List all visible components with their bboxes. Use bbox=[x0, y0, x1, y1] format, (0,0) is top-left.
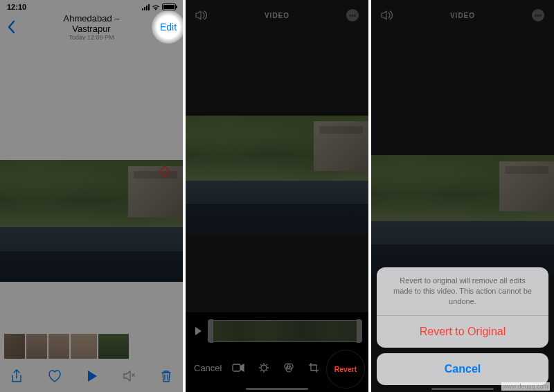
photo-viewer[interactable] bbox=[0, 40, 183, 360]
edit-top-bar: VIDEO ••• bbox=[186, 0, 368, 30]
timeline-track[interactable] bbox=[208, 320, 361, 342]
thumbnail-selected[interactable] bbox=[98, 334, 129, 359]
nav-title: Ahmedabad – Vastrapur Today 12:09 PM bbox=[46, 13, 137, 41]
share-icon[interactable] bbox=[11, 369, 22, 383]
filters-tool-icon[interactable] bbox=[283, 362, 294, 373]
status-icons bbox=[142, 3, 176, 10]
video-frame bbox=[186, 116, 368, 235]
bottom-toolbar bbox=[0, 360, 183, 392]
adjust-tool-icon[interactable] bbox=[258, 362, 269, 373]
volume-icon[interactable] bbox=[381, 10, 393, 20]
battery-icon bbox=[162, 3, 176, 10]
video-tool-icon[interactable] bbox=[232, 364, 244, 372]
crop-tool-icon[interactable] bbox=[308, 362, 319, 373]
play-icon[interactable] bbox=[88, 371, 97, 382]
thumbnail[interactable] bbox=[71, 334, 97, 359]
volume-icon[interactable] bbox=[195, 10, 208, 20]
home-indicator[interactable] bbox=[246, 388, 308, 390]
edit-top-bar: VIDEO ••• bbox=[371, 0, 554, 30]
edit-tools bbox=[232, 362, 319, 373]
edit-button-label: Edit bbox=[160, 21, 177, 33]
mode-label: VIDEO bbox=[450, 12, 475, 19]
home-indicator[interactable] bbox=[431, 388, 494, 390]
screen-3-revert-sheet: VIDEO ••• Revert to original will remove… bbox=[371, 0, 554, 392]
tutorial-three-panel: 12:10 Ahmedabad – Vastrapur Today 12:09 … bbox=[0, 0, 554, 392]
action-sheet: Revert to original will remove all edits… bbox=[377, 267, 548, 385]
svg-point-1 bbox=[261, 365, 267, 371]
video-scrubber[interactable]: ( ) bbox=[193, 319, 361, 344]
video-frame bbox=[371, 155, 554, 274]
action-sheet-cancel-button[interactable]: Cancel bbox=[377, 353, 548, 385]
revert-button-label: Revert bbox=[334, 365, 357, 373]
more-options-icon[interactable]: ••• bbox=[532, 9, 544, 21]
screen-2-edit-view: VIDEO ••• ( ) Cancel bbox=[186, 0, 368, 392]
action-sheet-body: Revert to original will remove all edits… bbox=[377, 267, 548, 348]
thumbnail[interactable] bbox=[4, 334, 25, 359]
thumbnail-strip[interactable] bbox=[0, 332, 183, 360]
screen-1-photo-view: 12:10 Ahmedabad – Vastrapur Today 12:09 … bbox=[0, 0, 183, 392]
cellular-signal-icon bbox=[142, 4, 150, 10]
status-bar: 12:10 bbox=[0, 0, 183, 14]
mute-icon[interactable] bbox=[123, 371, 135, 382]
back-button[interactable] bbox=[7, 20, 15, 34]
edit-button-highlight[interactable]: Edit bbox=[152, 10, 183, 44]
edit-canvas[interactable] bbox=[186, 30, 368, 312]
thumbnail[interactable] bbox=[26, 334, 47, 359]
video-frame bbox=[0, 160, 183, 282]
revert-button-highlight[interactable]: Revert bbox=[327, 350, 364, 388]
status-time: 12:10 bbox=[7, 3, 26, 11]
more-options-icon[interactable]: ••• bbox=[346, 9, 359, 21]
thumbnail[interactable] bbox=[48, 334, 69, 359]
mode-label: VIDEO bbox=[265, 12, 289, 19]
svg-rect-0 bbox=[233, 364, 240, 371]
wifi-icon bbox=[152, 4, 160, 10]
play-icon[interactable] bbox=[195, 327, 202, 335]
location-title: Ahmedabad – Vastrapur bbox=[46, 13, 137, 34]
trash-icon[interactable] bbox=[161, 370, 172, 382]
favorite-icon[interactable] bbox=[48, 370, 62, 382]
revert-to-original-button[interactable]: Revert to Original bbox=[377, 316, 548, 348]
cancel-button[interactable]: Cancel bbox=[194, 363, 222, 373]
watermark: www.deuaq.com bbox=[501, 382, 550, 391]
action-sheet-message: Revert to original will remove all edits… bbox=[377, 267, 548, 316]
